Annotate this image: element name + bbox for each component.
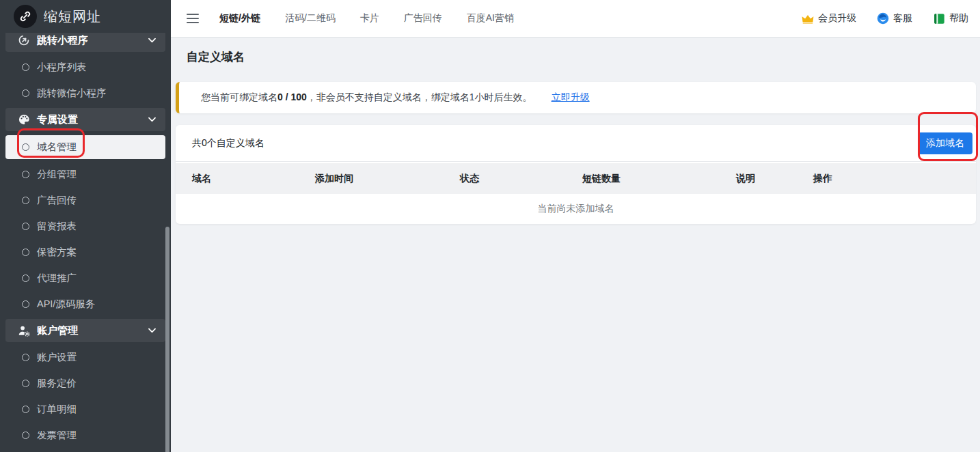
content-area: 自定义域名 您当前可绑定域名0 / 100，非会员不支持自定义域名，绑定域名1小… [171, 38, 980, 452]
sidebar-item-账户设置[interactable]: 账户设置 [5, 346, 165, 368]
sidebar-item-label: 账户管理 [37, 324, 78, 337]
brand-title: 缩短网址 [44, 8, 101, 26]
crown-icon [802, 12, 814, 25]
circle-bullet-icon [22, 300, 29, 308]
sidebar-item-label: 跳转小程序 [37, 34, 88, 47]
circle-bullet-icon [22, 171, 29, 178]
top-nav-tabs: 短链/外链活码/二维码卡片广告回传百度AI营销 [219, 12, 514, 25]
sidebar-item-label: 分组管理 [37, 168, 77, 181]
column-header-操作: 操作 [805, 173, 976, 185]
domains-panel: 共0个自定义域名 添加域名 域名添加时间状态短链数量说明操作 当前尚未添加域名 [176, 125, 976, 224]
sidebar-item-分组管理[interactable]: 分组管理 [5, 163, 165, 185]
sidebar-item-label: 账户设置 [37, 351, 77, 364]
sidebar-scrollbar[interactable] [165, 227, 169, 452]
main-column: 短链/外链活码/二维码卡片广告回传百度AI营销 会员升级客服帮助 自定义域名 您… [171, 0, 980, 452]
action-客服[interactable]: 客服 [877, 12, 912, 25]
circle-bullet-icon [22, 223, 29, 230]
sidebar-item-留资报表[interactable]: 留资报表 [5, 215, 165, 237]
action-label: 客服 [893, 12, 912, 25]
sidebar-item-label: 域名管理 [37, 141, 77, 154]
column-header-添加时间: 添加时间 [307, 173, 452, 185]
sidebar-item-账户管理[interactable]: 账户管理 [5, 319, 165, 342]
sidebar-item-代理推广[interactable]: 代理推广 [5, 267, 165, 289]
action-帮助[interactable]: 帮助 [933, 12, 968, 25]
action-会员升级[interactable]: 会员升级 [802, 12, 856, 25]
circle-bullet-icon [22, 354, 29, 361]
app-window: 缩短网址 跳转小程序小程序列表跳转微信小程序专属设置域名管理分组管理广告回传留资… [0, 0, 980, 452]
link-icon [14, 5, 37, 28]
chevron-down-icon [148, 117, 156, 122]
tab-广告回传[interactable]: 广告回传 [404, 12, 442, 25]
top-nav-actions: 会员升级客服帮助 [802, 12, 968, 25]
add-domain-button[interactable]: 添加域名 [918, 132, 972, 154]
page-title: 自定义域名 [187, 49, 976, 65]
circle-bullet-icon [22, 274, 29, 282]
circle-bullet-icon [22, 89, 29, 97]
sidebar-item-label: 服务定价 [37, 377, 77, 390]
notice-text: 您当前可绑定域名0 / 100，非会员不支持自定义域名，绑定域名1小时后生效。 [201, 91, 532, 104]
column-header-域名: 域名 [184, 173, 307, 185]
sidebar-item-跳转微信小程序[interactable]: 跳转微信小程序 [5, 82, 165, 104]
column-header-说明: 说明 [728, 173, 805, 185]
tab-活码/二维码[interactable]: 活码/二维码 [285, 12, 336, 25]
sidebar-item-label: 广告回传 [37, 194, 77, 207]
column-header-状态: 状态 [452, 173, 574, 185]
tab-短链/外链[interactable]: 短链/外链 [219, 12, 260, 25]
sidebar-item-label: 小程序列表 [37, 61, 87, 74]
sidebar: 缩短网址 跳转小程序小程序列表跳转微信小程序专属设置域名管理分组管理广告回传留资… [0, 0, 171, 452]
sidebar-item-label: 代理推广 [37, 272, 77, 285]
circle-bullet-icon [22, 197, 29, 204]
tab-卡片[interactable]: 卡片 [360, 12, 379, 25]
sidebar-item-服务定价[interactable]: 服务定价 [5, 372, 165, 394]
quota-notice-bar: 您当前可绑定域名0 / 100，非会员不支持自定义域名，绑定域名1小时后生效。 … [176, 82, 976, 113]
circle-bullet-icon [22, 249, 29, 256]
table-header-row: 域名添加时间状态短链数量说明操作 [176, 163, 976, 194]
sidebar-item-域名管理[interactable]: 域名管理 [5, 135, 165, 159]
sidebar-item-label: 留资报表 [37, 220, 77, 233]
action-label: 会员升级 [818, 12, 856, 25]
customer-service-icon [877, 12, 889, 25]
palette-icon [17, 113, 31, 126]
sidebar-item-API/源码服务[interactable]: API/源码服务 [5, 293, 165, 315]
sidebar-item-保密方案[interactable]: 保密方案 [5, 241, 165, 263]
circle-bullet-icon [22, 63, 29, 71]
column-header-短链数量: 短链数量 [574, 173, 728, 185]
brand[interactable]: 缩短网址 [0, 0, 171, 33]
panel-header: 共0个自定义域名 添加域名 [176, 125, 976, 162]
tab-百度AI营销[interactable]: 百度AI营销 [467, 12, 514, 25]
user-gear-icon [17, 324, 31, 337]
hamburger-menu-icon[interactable] [187, 14, 199, 23]
domain-count-text: 共0个自定义域名 [192, 137, 264, 150]
chevron-down-icon [148, 328, 156, 333]
sidebar-item-label: 订单明细 [37, 403, 77, 416]
top-navbar: 短链/外链活码/二维码卡片广告回传百度AI营销 会员升级客服帮助 [171, 0, 980, 38]
sidebar-item-label: 跳转微信小程序 [37, 87, 107, 100]
chevron-down-icon [148, 38, 156, 43]
circle-bullet-icon [22, 432, 29, 439]
circle-bullet-icon [22, 406, 29, 413]
help-book-icon [933, 12, 945, 25]
circle-bullet-icon [22, 143, 29, 151]
table-empty-state: 当前尚未添加域名 [176, 194, 976, 224]
sidebar-item-label: 保密方案 [37, 246, 77, 259]
sidebar-menu: 跳转小程序小程序列表跳转微信小程序专属设置域名管理分组管理广告回传留资报表保密方… [0, 29, 171, 446]
sidebar-item-label: 专属设置 [37, 113, 78, 126]
sidebar-item-广告回传[interactable]: 广告回传 [5, 189, 165, 211]
sidebar-item-专属设置[interactable]: 专属设置 [5, 108, 165, 131]
mini-program-icon [17, 33, 31, 47]
sidebar-item-订单明细[interactable]: 订单明细 [5, 398, 165, 420]
sidebar-item-小程序列表[interactable]: 小程序列表 [5, 56, 165, 78]
sidebar-item-label: 发票管理 [37, 429, 77, 442]
quota-value: 0 / 100 [277, 91, 307, 102]
sidebar-item-发票管理[interactable]: 发票管理 [5, 424, 165, 446]
circle-bullet-icon [22, 380, 29, 387]
upgrade-now-link[interactable]: 立即升级 [552, 91, 590, 104]
action-label: 帮助 [949, 12, 968, 25]
sidebar-item-label: API/源码服务 [37, 298, 95, 311]
